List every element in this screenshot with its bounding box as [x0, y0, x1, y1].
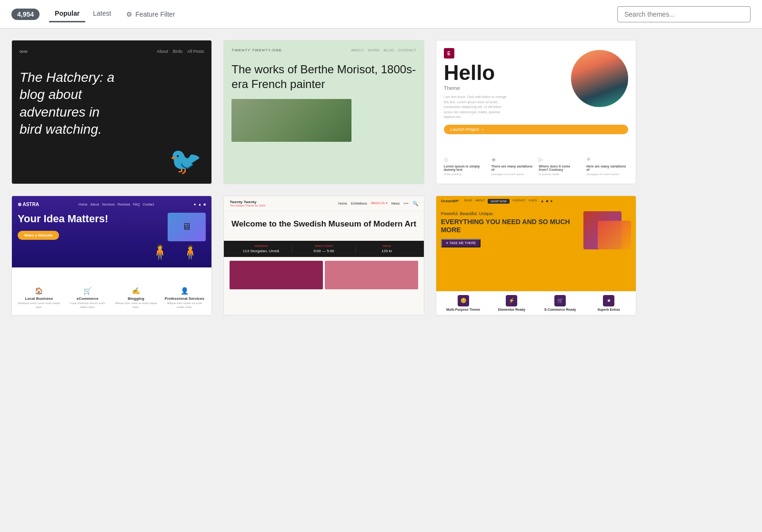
theme-count-badge: 4,954 [11, 9, 40, 20]
tt2-logo: ∞∞ [20, 48, 28, 55]
hello-launch-button[interactable]: Launch Project → [444, 125, 628, 134]
professional-name: Professional Services [163, 296, 206, 301]
tt1-nav-about: ABOUT [351, 48, 364, 52]
tt-price-value: 129 kr [356, 249, 418, 253]
tt-logo: Twenty Twenty [230, 200, 265, 204]
tt-gallery-image-2 [325, 261, 418, 289]
hello-feature-4: ✳ Here are many variations of passages o… [586, 156, 628, 176]
tt1-nav-blog: BLOG [383, 48, 394, 52]
tt1-site-title: TWENTY TWENTY-ONE [231, 48, 282, 52]
superb-extras-name: Superb Extras [586, 308, 631, 311]
feature-filter-label: Feature Filter [135, 10, 175, 18]
elementor-ready-icon: ⚡ [506, 295, 517, 306]
tt-search-icon: 🔍 [412, 201, 418, 206]
theme-card-twentytwentytwo[interactable]: ∞∞ About Birds All Posts The Hatchery: a… [11, 40, 212, 184]
professional-icon: 👤 [163, 287, 206, 295]
astra-screen-graphic: 🖥 [168, 213, 206, 241]
professional-desc: Millque distc ojratio as endo saepe aspe… [163, 302, 206, 309]
tt-logo-group: Twenty Twenty The Default Theme for 2020 [230, 200, 265, 207]
theme-name-oceanwp: OceanWP [436, 315, 636, 315]
tt1-nav-work: WORK [368, 48, 380, 52]
theme-card-astra[interactable]: ⊛ ASTRA Home About Services Reviews FAQ … [11, 196, 212, 315]
astra-person-2: 🧍 [182, 245, 199, 260]
owp-nav-blog: BLOG [464, 199, 472, 204]
astra-social-icon-1: ● [194, 202, 196, 207]
astra-headline: Your Idea Matters! [18, 213, 149, 225]
bird-illustration: 🐦 [169, 146, 202, 177]
owp-tagline: Powerful. Beautiful. Unique. [441, 211, 574, 216]
tt-info-hours: OPEN TODAY 9:00 — 5:00 [292, 245, 355, 253]
theme-preview-twentytwentyone: TWENTY TWENTY-ONE ABOUT WORK BLOG CONTAC… [224, 40, 423, 184]
theme-preview-twentytwentytwo: ∞∞ About Birds All Posts The Hatchery: a… [12, 40, 211, 184]
owp-shop-button[interactable]: SHOP NOW [488, 199, 509, 204]
astra-service-professional: 👤 Professional Services Millque distc oj… [163, 287, 206, 309]
tt-nav-links: Home Exhibitions About Us ▾ News ••• 🔍 [338, 201, 418, 206]
astra-social-icon-3: ■ [203, 202, 206, 207]
owp-nav-about: ABOUT [475, 199, 485, 204]
filter-tabs: Popular Latest [49, 6, 117, 22]
tt-gallery [224, 257, 423, 315]
feature-text-1: of the printing. [444, 172, 486, 176]
tt-hero: Welcome to the Swedish Museum of Modern … [224, 211, 423, 241]
astra-nav-home: Home [79, 203, 88, 206]
astra-illustration: 🖥 🧍 🧍 [149, 213, 206, 260]
tt-info-bar: ADDRESS 113 Storgatan, Umeå OPEN TODAY 9… [224, 241, 423, 257]
astra-hero-text: Your Idea Matters! Make a Website [18, 213, 149, 240]
astra-services: 🏠 Local Business Similique nictio osum e… [12, 281, 211, 315]
owp-image-2 [598, 221, 631, 249]
feature-title-4: Here are many variations of [586, 165, 628, 171]
astra-nav-links: Home About Services Reviews FAQ Contact [79, 203, 154, 206]
theme-card-twentytwenty[interactable]: Twenty Twenty The Default Theme for 2020… [223, 196, 424, 315]
tt-more-dots: ••• [403, 201, 409, 206]
owp-hero-text: Powerful. Beautiful. Unique. EVERYTHING … [441, 211, 574, 248]
gear-icon: ⚙ [126, 10, 132, 18]
tab-latest[interactable]: Latest [87, 6, 117, 22]
theme-name-hello-elementor: Hello Elementor [436, 184, 636, 184]
feature-icon-3: ▷ [539, 156, 581, 163]
theme-card-oceanwp[interactable]: OceanWP BLOG ABOUT SHOP NOW CONTACT 0.00… [436, 196, 636, 315]
tab-popular[interactable]: Popular [49, 6, 85, 22]
tt2-nav-about: About [157, 49, 168, 54]
feature-icon-2: ◈ [491, 156, 533, 163]
feature-filter-button[interactable]: ⚙ Feature Filter [126, 10, 175, 18]
tt-gallery-image-1 [230, 261, 323, 289]
ecommerce-name: eCommerce [66, 296, 109, 301]
theme-preview-oceanwp: OceanWP BLOG ABOUT SHOP NOW CONTACT 0.00… [436, 196, 636, 315]
theme-card-hello-elementor[interactable]: E Hello Theme I am text block. Click edi… [436, 40, 636, 184]
astra-service-blogging: ✍ Blogging Millque distc oatio as endo s… [115, 287, 158, 309]
owp-service-ecommerce: 🛒 E-Commerce Ready [538, 295, 582, 311]
hello-circle-image [571, 50, 628, 107]
owp-nav-price: 0.00 $ [529, 199, 537, 204]
astra-nav-about: About [90, 203, 99, 206]
tt1-headline: The works of Berthe Morisot, 1800s-era F… [231, 62, 416, 91]
astra-nav: ⊛ ASTRA Home About Services Reviews FAQ … [18, 202, 206, 207]
owp-social-twitter: ▲ [541, 199, 544, 203]
themes-grid: ∞∞ About Birds All Posts The Hatchery: a… [0, 29, 648, 327]
owp-headline: EVERYTHING YOU NEED AND SO MUCH MORE [441, 218, 574, 234]
local-business-name: Local Business [18, 296, 60, 301]
astra-hero: Your Idea Matters! Make a Website 🖥 🧍 🧍 [18, 213, 206, 260]
hello-feature-1: ◇ Lorem ipsum is simply dummy text of th… [444, 156, 486, 176]
tt-hours-label: OPEN TODAY [292, 245, 355, 247]
tt-hours-value: 9:00 — 5:00 [292, 249, 355, 253]
theme-name-twentytwenty: Twenty Twenty [224, 315, 423, 315]
owp-cta-button[interactable]: ✈ TAKE ME THERE [441, 239, 481, 247]
owp-services: 😊 Multi-Purpose Theme ⚡ Elementor Ready … [436, 291, 636, 315]
tt-nav-news: News [391, 202, 400, 205]
astra-nav-services: Services [102, 203, 115, 206]
local-business-desc: Similique nictio osum endo saepe aspe. [18, 302, 60, 309]
feature-text-2: passages of Lorem Ipsum [491, 172, 533, 176]
ecommerce-desc: Lique distinctio assum endo saepe aspe. [66, 302, 109, 309]
hello-feature-2: ◈ There are many variations of passages … [491, 156, 533, 176]
owp-nav-links: BLOG ABOUT SHOP NOW CONTACT 0.00 $ [464, 199, 537, 204]
tt1-nav-contact: CONTACT [398, 48, 416, 52]
tt-info-price: PRICE 129 kr [356, 245, 418, 253]
search-input[interactable] [617, 6, 751, 22]
theme-card-twentytwentyone[interactable]: TWENTY TWENTY-ONE ABOUT WORK BLOG CONTAC… [223, 40, 424, 184]
tt-nav-about: About Us ▾ [371, 201, 388, 205]
tt1-landscape-image [231, 99, 351, 142]
tt-info-address: ADDRESS 113 Storgatan, Umeå [230, 245, 292, 253]
feature-title-3: Where does it come from? Contrary [539, 165, 581, 171]
astra-cta-button[interactable]: Make a Website [18, 231, 59, 240]
tt-price-label: PRICE [356, 245, 418, 247]
